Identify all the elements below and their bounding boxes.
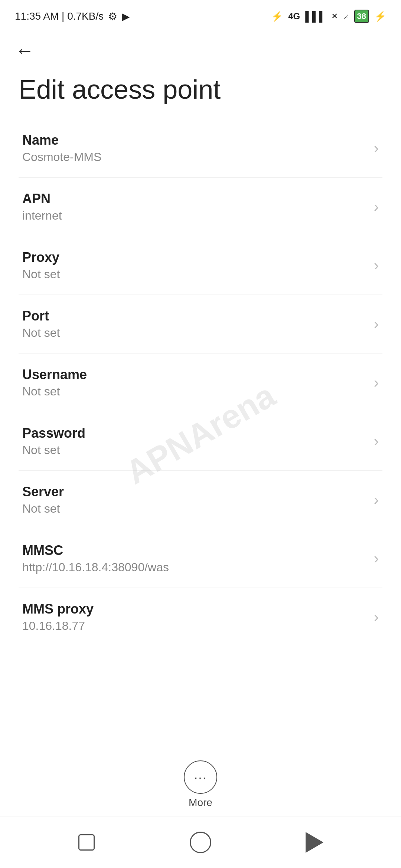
more-circle-icon: ··· [184, 760, 217, 794]
status-bar: 11:35 AM | 0.7KB/s ⚙ ▶ ⚡ 4G ▌▌▌ ✕ ⌿ 38 ⚡ [0, 0, 401, 30]
more-label: More [189, 797, 212, 809]
settings-item-port[interactable]: PortNot set› [19, 295, 382, 354]
settings-item-label: MMSC [22, 543, 366, 558]
settings-item-password[interactable]: PasswordNot set› [19, 412, 382, 471]
settings-icon: ⚙ [108, 10, 117, 23]
nav-back-button[interactable] [300, 828, 329, 857]
settings-item-value: Cosmote-MMS [22, 150, 366, 164]
top-nav: ← [0, 30, 401, 64]
settings-item-value: http://10.16.18.4:38090/was [22, 560, 366, 574]
chevron-right-icon: › [374, 491, 379, 508]
bluetooth-icon: ⚡ [271, 11, 283, 22]
battery-icon: 38 [354, 10, 369, 23]
settings-item-label: Server [22, 484, 366, 500]
settings-item-proxy[interactable]: ProxyNot set› [19, 236, 382, 295]
settings-item-label: Name [22, 132, 366, 148]
settings-item-content: ServerNot set [22, 484, 366, 516]
chevron-right-icon: › [374, 374, 379, 391]
signal-bars-icon: ▌▌▌ [305, 11, 326, 22]
settings-item-value: internet [22, 209, 366, 223]
back-arrow-icon: ← [15, 41, 34, 60]
chevron-right-icon: › [374, 257, 379, 274]
settings-item-label: Proxy [22, 250, 366, 265]
settings-item-username[interactable]: UsernameNot set› [19, 354, 382, 412]
status-time: 11:35 AM | 0.7KB/s ⚙ ▶ [15, 10, 130, 23]
signal-4g-icon: 4G [288, 11, 300, 22]
page-title: Edit access point [0, 64, 401, 119]
status-icons: ⚡ 4G ▌▌▌ ✕ ⌿ 38 ⚡ [271, 10, 386, 23]
settings-item-label: Port [22, 308, 366, 324]
settings-item-value: Not set [22, 326, 366, 340]
settings-item-label: Username [22, 367, 366, 382]
settings-item-mms-proxy[interactable]: MMS proxy10.16.18.77› [19, 588, 382, 646]
nav-home-button[interactable] [186, 828, 215, 857]
recents-icon [78, 834, 95, 851]
settings-item-server[interactable]: ServerNot set› [19, 471, 382, 529]
settings-item-apn[interactable]: APNinternet› [19, 178, 382, 236]
settings-item-name[interactable]: NameCosmote-MMS› [19, 119, 382, 178]
settings-list: NameCosmote-MMS›APNinternet›ProxyNot set… [0, 119, 401, 646]
time-text: 11:35 AM | 0.7KB/s [15, 10, 104, 22]
more-button[interactable]: ··· More [184, 760, 217, 809]
settings-item-value: Not set [22, 443, 366, 457]
settings-item-content: UsernameNot set [22, 367, 366, 398]
settings-item-content: MMSChttp://10.16.18.4:38090/was [22, 543, 366, 574]
settings-item-content: MMS proxy10.16.18.77 [22, 601, 366, 633]
nav-bar [0, 816, 401, 868]
home-icon [190, 832, 211, 853]
settings-item-value: 10.16.18.77 [22, 619, 366, 633]
chevron-right-icon: › [374, 609, 379, 625]
video-icon: ▶ [122, 10, 130, 23]
settings-item-content: APNinternet [22, 191, 366, 223]
wifi-icon: ⌿ [343, 11, 349, 22]
settings-item-content: PasswordNot set [22, 425, 366, 457]
nav-recents-button[interactable] [72, 828, 101, 857]
more-dots-icon: ··· [194, 771, 207, 783]
settings-item-value: Not set [22, 267, 366, 281]
settings-item-label: Password [22, 425, 366, 441]
settings-item-label: APN [22, 191, 366, 207]
back-icon [306, 832, 323, 853]
chevron-right-icon: › [374, 433, 379, 450]
settings-item-value: Not set [22, 385, 366, 398]
settings-item-content: PortNot set [22, 308, 366, 340]
chevron-right-icon: › [374, 198, 379, 215]
back-button[interactable]: ← [15, 41, 386, 60]
settings-item-label: MMS proxy [22, 601, 366, 617]
settings-item-content: ProxyNot set [22, 250, 366, 281]
signal-x-icon: ✕ [331, 11, 338, 21]
settings-item-value: Not set [22, 502, 366, 516]
chevron-right-icon: › [374, 316, 379, 332]
chevron-right-icon: › [374, 550, 379, 567]
chevron-right-icon: › [374, 140, 379, 157]
settings-item-content: NameCosmote-MMS [22, 132, 366, 164]
settings-item-mmsc[interactable]: MMSChttp://10.16.18.4:38090/was› [19, 529, 382, 588]
bolt-icon: ⚡ [374, 11, 386, 22]
